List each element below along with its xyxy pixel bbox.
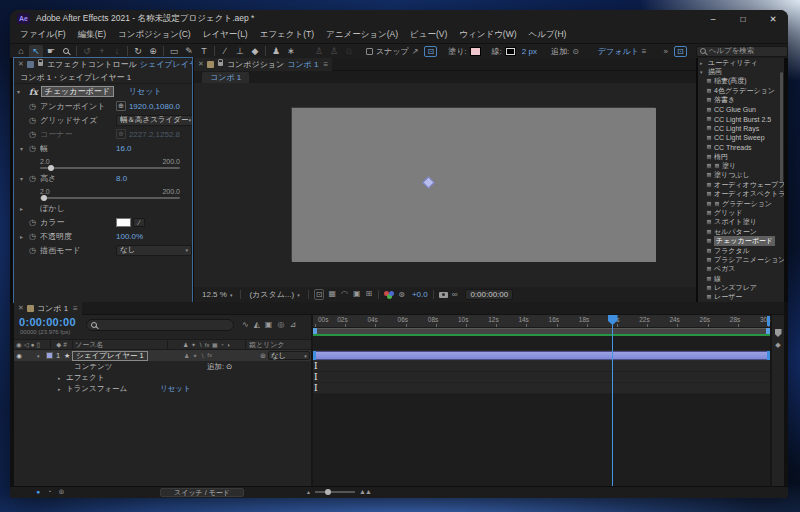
effects-list-item[interactable]: グラデーション (698, 199, 784, 208)
fill-color-swatch[interactable] (470, 47, 481, 56)
layer-eye-icon[interactable]: ◉ (14, 352, 24, 360)
graph-editor-icon[interactable]: ⊿ (289, 320, 296, 329)
pickwhip-icon[interactable]: ⊛ (260, 352, 266, 360)
motion-blur-column-icon[interactable]: ◔ (220, 342, 224, 348)
effects-list-item[interactable]: フラクタル (698, 246, 784, 255)
effects-list-item[interactable]: 塗りつぶし (698, 171, 784, 180)
stopwatch-icon[interactable]: ◷ (29, 232, 40, 241)
effects-group-1[interactable]: ▸ユーティリティ (698, 58, 784, 67)
effects-list-item[interactable]: チェッカーボード (698, 236, 784, 245)
stroke-width-value[interactable]: 2 px (522, 47, 537, 56)
menu-item-4[interactable]: レイヤー(L) (197, 29, 254, 41)
effects-list-item[interactable]: CC Light Sweep (698, 133, 784, 142)
comp-marker-bin-icon[interactable] (775, 329, 782, 337)
group-expander-icon[interactable]: ▸ (700, 60, 706, 66)
property-row[interactable]: ▸コンテンツ追加:⊙ (14, 361, 311, 372)
property-time-row[interactable]: I (313, 383, 770, 394)
lock-column-icon[interactable]: ▯ (37, 341, 41, 349)
zoom-in-mountain-icon[interactable]: ▲▲ (359, 488, 371, 495)
close-tab-icon[interactable]: ✕ (18, 304, 24, 312)
effects-list-item[interactable]: 塗り (698, 161, 784, 170)
property-time-row[interactable]: I (313, 372, 770, 383)
eye-column-icon[interactable]: ◉ (16, 341, 22, 349)
effect-name-chip[interactable]: チェッカーボード (41, 86, 114, 97)
effects-list-item[interactable]: スポイト塗り (698, 218, 784, 227)
roto-brush-tool[interactable]: ♟ (269, 45, 283, 58)
workspace-selector[interactable]: デフォルト (598, 46, 639, 57)
exposure-icon[interactable]: ⊛ (397, 290, 406, 299)
audio-column-icon[interactable]: ◁ (24, 341, 29, 349)
tab-timeline-comp1[interactable]: ✕ コンポ 1 ≡ (14, 302, 82, 315)
snapshot-show-icon[interactable]: ⊞ (365, 289, 374, 300)
stopwatch-icon[interactable]: ◷ (29, 174, 40, 183)
menu-item-6[interactable]: アニメーション(A) (320, 29, 404, 41)
eraser-tool[interactable]: ◆ (248, 45, 262, 58)
mask-visibility-icon[interactable]: ◠ (340, 289, 349, 300)
property-time-row[interactable]: I (313, 361, 770, 372)
effects-list-item[interactable]: セルパターン (698, 227, 784, 236)
color-channels-icon[interactable] (384, 291, 394, 299)
lock-icon[interactable] (218, 62, 223, 66)
motion-blur-icon[interactable]: ◎ (277, 320, 284, 329)
exposure-value[interactable]: +0.0 (412, 290, 428, 299)
brush-tool[interactable]: ∕ (218, 45, 232, 58)
composition-stage[interactable] (292, 108, 656, 262)
comp-timecode[interactable]: 0:00:00:00 (465, 289, 513, 300)
composition-mini-flowchart-icon[interactable]: ∿ (242, 320, 249, 329)
effects-list-item[interactable]: 稲妻(高度) (698, 77, 784, 86)
snap-checkbox[interactable] (366, 48, 373, 55)
menu-item-5[interactable]: エフェクト(T) (254, 29, 320, 41)
resolution-select[interactable]: (カスタム...) ▾ (246, 289, 302, 300)
draft-3d-icon[interactable]: ◭ (254, 320, 260, 329)
effects-list-item[interactable]: レンズフレア (698, 283, 784, 292)
workspace-menu-icon[interactable]: ≡ (642, 47, 647, 56)
effects-list-item[interactable]: レーザー (698, 293, 784, 302)
clone-stamp-tool[interactable]: ⊥ (233, 45, 247, 58)
transparency-grid-icon[interactable]: ▦ (327, 289, 337, 300)
zoom-slider-track[interactable] (315, 491, 355, 493)
current-timecode[interactable]: 0:00:00:00 (19, 316, 76, 328)
quality-column-icon[interactable]: ∖ (199, 341, 203, 348)
comp-button-icon[interactable]: ◆ (775, 341, 780, 348)
effects-list-item[interactable]: 楕円 (698, 152, 784, 161)
menu-item-8[interactable]: ウィンドウ(W) (453, 29, 522, 41)
property-row[interactable]: ▸エフェクト (14, 372, 311, 383)
layer-shy-icon[interactable]: ♟ (184, 352, 189, 359)
always-preview-icon[interactable]: ⊡ (314, 289, 325, 300)
rectangle-tool[interactable]: ▭ (167, 45, 181, 58)
expander-icon[interactable]: ▸ (20, 233, 29, 240)
3d-column-icon[interactable]: ◑ (226, 342, 230, 348)
tab-composition[interactable]: ✕ コンポジション コンポ 1 ≡ (194, 58, 332, 71)
color-swatch[interactable] (116, 218, 131, 227)
zoom-slider-knob[interactable] (325, 489, 331, 495)
panel-menu-icon[interactable]: ≡ (73, 304, 78, 313)
fx-badge-icon[interactable]: fx (29, 87, 38, 97)
maximize-button[interactable]: □ (728, 10, 758, 27)
number-column-icon[interactable]: # (63, 341, 67, 348)
property-value[interactable]: 100.0% (116, 232, 143, 241)
group-expander-icon[interactable]: ▾ (700, 69, 706, 75)
effects-list-item[interactable]: ベガス (698, 265, 784, 274)
close-tab-icon[interactable]: ✕ (198, 60, 204, 68)
property-dropdown[interactable]: 幅＆高さスライダー▾ (116, 115, 192, 126)
expander-icon[interactable]: ▸ (20, 205, 29, 212)
effects-group-2[interactable]: ▾描画 (698, 67, 784, 76)
label-column-icon[interactable]: ◆ (56, 341, 61, 349)
toolbar-overflow-chevron[interactable]: » (663, 47, 667, 56)
property-value[interactable]: 16.0 (116, 144, 132, 153)
effects-list-item[interactable]: ブラシアニメーション (698, 255, 784, 264)
add-target-icon[interactable]: ⊙ (572, 47, 579, 56)
shy-column-icon[interactable]: ♟ (183, 341, 188, 348)
zoom-out-mountain-icon[interactable]: ▲ (306, 489, 311, 495)
lock-icon[interactable] (38, 62, 43, 66)
stroke-color-swatch[interactable] (505, 47, 516, 56)
panel-menu-icon[interactable]: ≡ (323, 60, 328, 69)
show-snapshot-icon[interactable]: ∞ (451, 290, 459, 299)
menu-item-7[interactable]: ビュー(V) (404, 29, 453, 41)
effects-list-item[interactable]: CC Threads (698, 143, 784, 152)
property-dropdown[interactable]: なし▾ (116, 245, 192, 256)
stopwatch-icon[interactable]: ◷ (29, 144, 40, 153)
effect-expander-icon[interactable]: ▾ (17, 88, 26, 95)
stopwatch-icon[interactable]: ◷ (29, 102, 40, 111)
effects-list-item[interactable]: 落書き (698, 96, 784, 105)
